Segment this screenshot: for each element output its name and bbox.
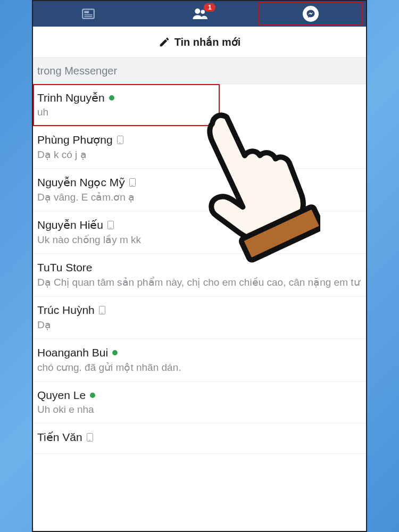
new-message-label: Tin nhắn mới [174, 36, 241, 48]
contact-name: Tiến Văn [37, 431, 82, 444]
contact-name: Hoanganh Bui [37, 346, 108, 359]
tab-newsfeed[interactable] [33, 1, 144, 27]
conversation-item[interactable]: Nguyễn Hiếu Uk nào chống lầy m kk [33, 211, 366, 254]
svg-rect-3 [85, 16, 93, 17]
mobile-icon [87, 433, 93, 442]
contact-name: TuTu Store [37, 261, 92, 274]
contact-name: Trinh Nguyễn [37, 92, 105, 104]
contact-name: Trúc Huỳnh [37, 304, 95, 317]
search-bar[interactable]: trong Messenger [33, 58, 366, 84]
message-preview: Dạ vâng. E cảm.ơn ạ [37, 191, 362, 203]
message-preview: Uk nào chống lầy m kk [37, 234, 362, 246]
conversation-item[interactable]: Trinh Nguyễn uh [33, 84, 220, 126]
contact-name: Nguyễn Ngọc Mỹ [37, 176, 125, 189]
mobile-icon [107, 221, 114, 229]
message-preview: Uh oki e nha [37, 404, 362, 415]
contact-name: Quyen Le [37, 389, 86, 402]
message-preview: uh [37, 106, 215, 118]
mobile-icon [129, 178, 136, 187]
message-preview: chó cưng. đã gửi một nhãn dán. [37, 361, 362, 373]
messenger-icon [303, 6, 319, 22]
search-placeholder: trong Messenger [37, 65, 117, 77]
conversation-item[interactable]: Nguyễn Ngọc Mỹ Dạ vâng. E cảm.ơn ạ [33, 169, 366, 211]
svg-rect-2 [85, 14, 93, 15]
svg-point-5 [201, 10, 205, 14]
top-nav: 1 [33, 1, 366, 27]
tab-messenger[interactable] [255, 1, 366, 27]
message-preview: Dạ [37, 319, 362, 331]
svg-point-4 [195, 9, 200, 14]
conversation-item[interactable]: Tiến Văn [33, 423, 366, 454]
mobile-icon [117, 136, 123, 144]
svg-rect-1 [85, 11, 89, 13]
conversation-item[interactable]: TuTu Store Dạ Chị quan tâm sản phẩm này,… [33, 254, 366, 296]
tab-friend-requests[interactable]: 1 [144, 1, 255, 27]
conversation-item[interactable]: Quyen Le Uh oki e nha [33, 381, 366, 423]
app-screen: 1 Tin nhắn mới trong Messenger Trinh Ngu… [32, 0, 367, 532]
online-dot-icon [112, 350, 118, 355]
message-preview: Dạ k có j ạ [37, 148, 362, 161]
new-message-button[interactable]: Tin nhắn mới [33, 27, 366, 58]
conversation-item[interactable]: Trúc Huỳnh Dạ [33, 296, 366, 339]
friend-requests-badge: 1 [204, 3, 215, 12]
newsfeed-icon [81, 7, 95, 21]
mobile-icon [99, 306, 105, 314]
compose-icon [159, 36, 170, 48]
conversation-item[interactable]: Hoanganh Bui chó cưng. đã gửi một nhãn d… [33, 339, 366, 381]
online-dot-icon [109, 95, 114, 101]
svg-rect-0 [82, 9, 94, 18]
conversation-list: Trinh Nguyễn uh Phùng Phượng Dạ k có j ạ… [33, 84, 366, 454]
contact-name: Phùng Phượng [37, 134, 113, 146]
online-dot-icon [90, 393, 95, 398]
message-preview: Dạ Chị quan tâm sản phẩm này, chị cho em… [37, 276, 362, 288]
contact-name: Nguyễn Hiếu [37, 219, 103, 231]
conversation-item[interactable]: Phùng Phượng Dạ k có j ạ [33, 126, 366, 169]
